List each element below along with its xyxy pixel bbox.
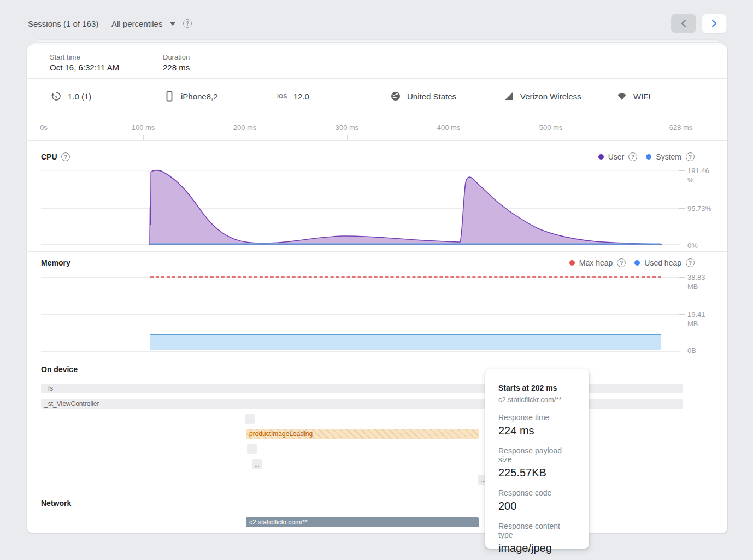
used-heap-bar[interactable]: [150, 334, 661, 350]
top-bar: Sessions (1 of 163) All percentiles ?: [0, 0, 753, 41]
carrier-value: Verizon Wireless: [520, 92, 581, 101]
previous-session-button[interactable]: [671, 14, 696, 33]
globe-icon: [390, 91, 401, 102]
max-heap-legend-dot: [569, 260, 575, 266]
chevron-right-icon: [711, 20, 717, 27]
app-version-item: v 1.0 (1): [51, 89, 91, 103]
response-time-value: 224 ms: [498, 425, 576, 437]
duration-value: 228 ms: [163, 63, 190, 72]
duration-label: Duration: [163, 53, 190, 61]
os-version-item: iOS 12.0: [277, 89, 309, 103]
signal-icon: [503, 91, 514, 102]
next-session-button[interactable]: [702, 14, 727, 33]
memory-gridline: [41, 351, 680, 352]
ruler-tickmark: [143, 135, 144, 140]
tooltip-url: c2.staticflickr.com/**: [498, 396, 576, 404]
system-help-icon[interactable]: ?: [686, 152, 695, 161]
network-request-tooltip: Starts at 202 ms c2.staticflickr.com/** …: [485, 369, 589, 549]
divider: [27, 114, 727, 114]
ruler-tick-3: 300 ms: [325, 123, 369, 132]
divider: [27, 251, 727, 252]
max-heap-dashed-line: [150, 276, 661, 278]
ruler-tick-0: 0s: [22, 123, 66, 132]
ruler-tickmark: [449, 135, 449, 140]
app-version-icon: v: [51, 91, 62, 102]
sessions-help-icon[interactable]: ?: [183, 19, 192, 28]
wifi-icon: [616, 91, 627, 102]
memory-gridline: [41, 314, 680, 315]
network-section-title: Network: [41, 499, 71, 508]
percentiles-dropdown[interactable]: All percentiles: [111, 19, 175, 28]
cpu-section-title: CPU: [41, 152, 57, 161]
ios-icon: iOS: [277, 93, 287, 99]
ruler-tick-2: 200 ms: [223, 123, 267, 132]
memory-section-title: Memory: [41, 258, 70, 267]
cpu-y-tick: [679, 170, 685, 171]
device-model-item: iPhone8,2: [164, 89, 218, 103]
content-type-value: image/jpeg: [498, 542, 576, 555]
memory-y-label-max: 38.83MB: [687, 273, 705, 291]
network-request-bar[interactable]: c2.staticflickr.com/**: [246, 517, 479, 527]
used-heap-legend-label: Used heap: [644, 258, 681, 267]
trace-bar-collapsed[interactable]: ...: [247, 444, 257, 454]
used-heap-legend-dot: [634, 260, 640, 266]
content-type-label: Response content type: [498, 522, 576, 539]
cpu-y-label-mid: 95.73%: [687, 204, 711, 213]
memory-y-label-mid: 19.41MB: [687, 310, 705, 328]
carrier-item: Verizon Wireless: [503, 89, 581, 103]
ruler-tick-1: 100 ms: [121, 123, 165, 132]
user-legend-dot: [598, 154, 604, 160]
ruler-tick-4: 400 ms: [427, 123, 470, 132]
ruler-tick-6: 628 ms: [659, 123, 703, 132]
start-time-value: Oct 16, 6:32:11 AM: [50, 63, 119, 72]
response-code-value: 200: [498, 500, 576, 512]
trace-bar-collapsed[interactable]: ...: [245, 414, 255, 424]
cpu-y-label-zero: 0%: [687, 241, 698, 250]
device-model-value: iPhone8,2: [181, 92, 218, 101]
memory-y-label-zero: 0B: [687, 346, 696, 355]
memory-y-tick: [679, 314, 685, 315]
response-code-label: Response code: [498, 488, 576, 497]
app-version-value: 1.0 (1): [68, 92, 91, 101]
cpu-usage-chart[interactable]: [41, 164, 680, 246]
ruler-tick-5: 500 ms: [529, 123, 573, 132]
max-heap-help-icon[interactable]: ?: [617, 258, 626, 267]
ruler-tickmark: [42, 135, 42, 140]
trace-bar-product-image-loading[interactable]: productImageLoading: [246, 429, 479, 439]
user-help-icon[interactable]: ?: [628, 152, 637, 161]
connection-value: WIFI: [633, 92, 651, 101]
divider: [27, 78, 727, 79]
memory-y-tick: [679, 277, 685, 278]
tooltip-start-time: Starts at 202 ms: [498, 384, 576, 392]
payload-size-label: Response payload size: [498, 446, 576, 464]
on-device-section-title: On device: [41, 365, 78, 374]
used-heap-help-icon[interactable]: ?: [686, 258, 695, 267]
system-legend-dot: [646, 154, 651, 160]
divider: [27, 492, 727, 492]
svg-text:v: v: [55, 94, 58, 99]
ruler-tickmark: [245, 135, 245, 140]
divider: [27, 358, 727, 358]
percentiles-dropdown-label: All percentiles: [111, 19, 162, 28]
cpu-user-area: [150, 170, 661, 245]
cpu-help-icon[interactable]: ?: [61, 152, 70, 161]
trace-bar-collapsed[interactable]: ...: [252, 459, 262, 469]
os-version-value: 12.0: [293, 92, 309, 101]
response-time-label: Response time: [498, 413, 576, 422]
chevron-down-icon: [170, 22, 175, 26]
cpu-y-label-max: 191.46%: [687, 166, 709, 185]
ruler-tickmark: [681, 135, 681, 140]
ruler-tickmark: [551, 135, 551, 140]
divider: [27, 140, 727, 141]
memory-legend: Max heap ? Used heap ?: [569, 258, 695, 267]
country-value: United States: [407, 92, 456, 101]
phone-icon: [164, 91, 175, 102]
system-legend-label: System: [656, 152, 681, 161]
chevron-left-icon: [681, 20, 686, 27]
cpu-legend: User ? System ?: [598, 152, 695, 161]
cpu-y-tick: [679, 208, 685, 209]
ruler-tickmark: [347, 135, 348, 140]
session-card: Start time Oct 16, 6:32:11 AM Duration 2…: [27, 45, 727, 533]
start-time-label: Start time: [50, 53, 80, 61]
connection-item: WIFI: [616, 89, 651, 103]
